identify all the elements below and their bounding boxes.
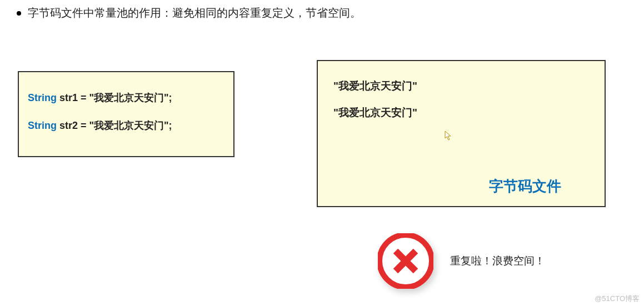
bytecode-label: 字节码文件 [489, 177, 561, 196]
bullet-text: 字节码文件中常量池的作用：避免相同的内容重复定义，节省空间。 [28, 6, 361, 21]
code-box: String str1 = "我爱北京天安门"; String str2 = "… [18, 71, 234, 157]
keyword-string-2: String [28, 120, 57, 131]
error-text: 重复啦！浪费空间！ [450, 254, 545, 268]
string-literal-2: "我爱北京天安门" [333, 106, 589, 120]
cursor-icon [445, 131, 452, 143]
string-literal-1: "我爱北京天安门" [333, 79, 589, 93]
bullet-dot-icon [17, 11, 21, 16]
watermark: @51CTO博客 [595, 294, 640, 304]
code-rest-2: str2 = "我爱北京天安门"; [57, 120, 172, 131]
keyword-string-1: String [28, 92, 57, 103]
code-line-1: String str1 = "我爱北京天安门"; [28, 91, 224, 104]
code-rest-1: str1 = "我爱北京天安门"; [57, 92, 172, 103]
bullet-row: 字节码文件中常量池的作用：避免相同的内容重复定义，节省空间。 [17, 6, 361, 21]
code-line-2: String str2 = "我爱北京天安门"; [28, 119, 224, 132]
bytecode-box: "我爱北京天安门" "我爱北京天安门" 字节码文件 [317, 60, 606, 207]
error-row: 重复啦！浪费空间！ [378, 233, 545, 289]
error-x-icon [378, 233, 433, 289]
